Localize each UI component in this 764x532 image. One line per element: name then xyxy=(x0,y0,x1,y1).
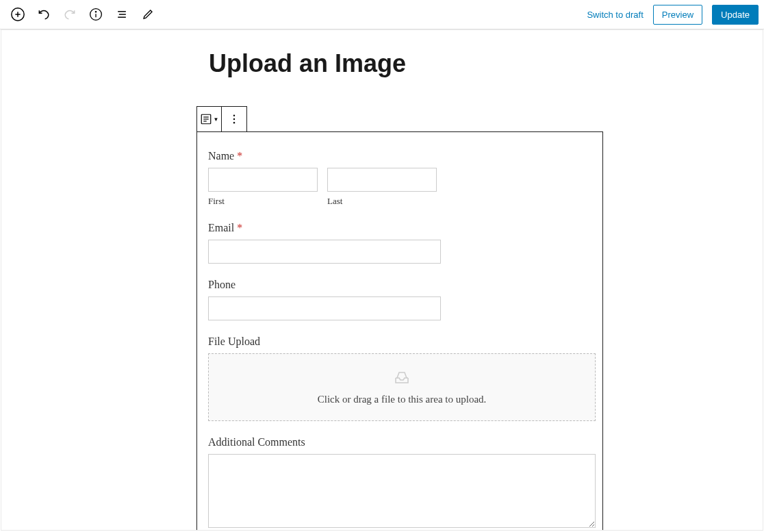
more-vertical-icon xyxy=(228,113,240,125)
svg-point-5 xyxy=(95,12,96,12)
preview-button[interactable]: Preview xyxy=(653,5,702,25)
update-button[interactable]: Update xyxy=(712,5,759,25)
svg-point-14 xyxy=(233,118,235,120)
switch-to-draft-link[interactable]: Switch to draft xyxy=(587,10,643,20)
chevron-down-icon: ▼ xyxy=(214,116,219,123)
add-block-button[interactable] xyxy=(5,2,30,27)
svg-point-13 xyxy=(233,115,235,116)
last-name-col: Last xyxy=(327,168,437,207)
file-dropzone[interactable]: Click or drag a file to this area to upl… xyxy=(208,353,596,421)
phone-input[interactable] xyxy=(208,296,441,320)
plus-circle-icon xyxy=(10,7,25,22)
undo-button[interactable] xyxy=(31,2,56,27)
required-marker: * xyxy=(237,150,242,162)
block-more-button[interactable] xyxy=(222,107,246,131)
info-icon xyxy=(89,8,103,21)
toolbar-left xyxy=(5,2,160,27)
email-input[interactable] xyxy=(208,240,441,264)
inbox-icon xyxy=(392,369,411,388)
block-toolbar: ▼ xyxy=(196,106,247,132)
editor-canvas: Upload an Image ▼ Name * First xyxy=(1,29,763,531)
name-row: First Last xyxy=(208,168,591,207)
phone-label: Phone xyxy=(208,279,591,291)
outline-button[interactable] xyxy=(110,2,134,27)
page-title[interactable]: Upload an Image xyxy=(209,49,763,78)
email-label-text: Email xyxy=(208,222,234,233)
edit-button[interactable] xyxy=(136,2,160,27)
file-upload-label: File Upload xyxy=(208,335,591,348)
first-name-input[interactable] xyxy=(208,168,318,192)
info-button[interactable] xyxy=(84,2,108,27)
undo-icon xyxy=(37,8,51,21)
upload-hint-text: Click or drag a file to this area to upl… xyxy=(209,394,595,405)
required-marker: * xyxy=(237,222,242,233)
redo-button[interactable] xyxy=(58,2,82,27)
name-label-text: Name xyxy=(208,150,234,162)
editor-top-bar: Switch to draft Preview Update xyxy=(0,0,764,29)
comments-field: Additional Comments xyxy=(208,436,591,531)
phone-field: Phone xyxy=(208,279,591,320)
redo-icon xyxy=(63,8,77,21)
name-field: Name * First Last xyxy=(208,150,591,207)
form-block[interactable]: Name * First Last Email * xyxy=(196,131,603,531)
name-label: Name * xyxy=(208,150,591,162)
svg-point-15 xyxy=(233,122,235,123)
first-name-col: First xyxy=(208,168,318,207)
comments-textarea[interactable] xyxy=(208,454,596,528)
email-label: Email * xyxy=(208,222,591,234)
email-field: Email * xyxy=(208,222,591,264)
comments-label: Additional Comments xyxy=(208,436,591,448)
form-icon xyxy=(200,113,212,125)
form-block-wrapper: ▼ Name * First Last xyxy=(196,105,603,531)
list-icon xyxy=(115,8,129,21)
block-type-button[interactable]: ▼ xyxy=(197,107,222,131)
file-upload-field: File Upload Click or drag a file to this… xyxy=(208,335,591,421)
first-name-sublabel: First xyxy=(208,196,318,207)
last-name-sublabel: Last xyxy=(327,196,437,207)
last-name-input[interactable] xyxy=(327,168,437,192)
pencil-icon xyxy=(142,8,154,21)
toolbar-right: Switch to draft Preview Update xyxy=(587,5,759,25)
